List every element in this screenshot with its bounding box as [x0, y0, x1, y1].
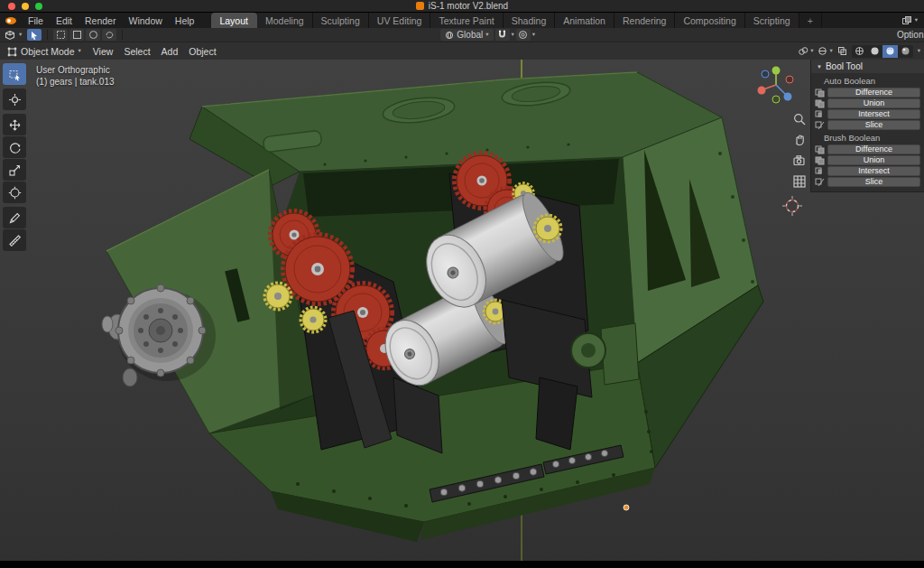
view-projection-label: User Orthographic — [36, 64, 115, 76]
auto-slice-button[interactable]: Slice — [827, 120, 920, 130]
panel-title: Bool Tool — [826, 61, 863, 71]
navigation-gizmo[interactable] — [755, 64, 797, 106]
tool-scale[interactable] — [3, 159, 26, 181]
mode-value: Object Mode — [21, 46, 75, 57]
workspace-tab-sculpting[interactable]: Sculpting — [313, 13, 369, 28]
rendered-shading-button[interactable] — [898, 45, 913, 58]
workspace-tab-rendering[interactable]: Rendering — [614, 13, 675, 28]
select-mode-circle-icon[interactable] — [86, 29, 100, 41]
bool-tool-panel: ▼ Bool Tool Auto Boolean Difference Unio… — [810, 60, 924, 192]
gizmo-z-neg[interactable] — [762, 70, 769, 78]
difference-icon — [814, 88, 826, 98]
tool-move[interactable] — [3, 114, 26, 135]
pan-hand-icon[interactable] — [792, 133, 807, 147]
brush-union-button[interactable]: Union — [827, 155, 920, 165]
brush-boolean-label: Brush Boolean — [824, 133, 920, 143]
editor-type-icon[interactable] — [3, 29, 17, 41]
workspace-tab-compositing[interactable]: Compositing — [675, 13, 744, 28]
xray-toggle-icon[interactable] — [837, 46, 847, 56]
toolbar-left — [3, 63, 26, 251]
active-tool-icon[interactable] — [27, 29, 42, 41]
brush-slice-button[interactable]: Slice — [827, 177, 920, 187]
chevron-down-icon: ▾ — [19, 32, 22, 38]
viewport-3d[interactable]: User Orthographic (1) gears | tank.013 — [0, 60, 924, 561]
workspace-tabs: Layout Modeling Sculpting UV Editing Tex… — [211, 13, 821, 28]
close-window-button[interactable] — [8, 3, 15, 10]
minimize-window-button[interactable] — [22, 3, 29, 10]
blend-file-icon — [416, 2, 424, 10]
menu-select[interactable]: Select — [118, 46, 155, 57]
select-mode-lasso-icon[interactable] — [102, 29, 116, 41]
select-mode-tweak-icon[interactable] — [53, 29, 68, 41]
menu-object[interactable]: Object — [183, 46, 221, 57]
wireframe-shading-button[interactable] — [852, 45, 867, 58]
auto-difference-button[interactable]: Difference — [827, 88, 920, 98]
workspace-tab-modeling[interactable]: Modeling — [257, 13, 313, 28]
brush-intersect-button[interactable]: Intersect — [827, 166, 920, 176]
workspace-tab-texture-paint[interactable]: Texture Paint — [430, 13, 503, 28]
chevron-down-icon: ▾ — [532, 32, 535, 38]
menu-help[interactable]: Help — [169, 13, 201, 28]
menu-view[interactable]: View — [88, 46, 119, 57]
tool-transform[interactable] — [3, 182, 26, 203]
mode-dropdown[interactable]: Object Mode ▾ — [0, 46, 88, 57]
chevron-down-icon: ▾ — [829, 48, 832, 54]
workspace-tab-shading[interactable]: Shading — [504, 13, 556, 28]
tool-rotate[interactable] — [3, 136, 26, 158]
tool-select-box[interactable] — [3, 63, 26, 85]
auto-union-row: Union — [814, 98, 920, 108]
brush-difference-button[interactable]: Difference — [827, 144, 920, 154]
gizmo-x-axis[interactable] — [758, 87, 766, 95]
proportional-editing-icon[interactable] — [516, 29, 531, 41]
solid-shading-button[interactable] — [867, 45, 882, 58]
gizmo-z-axis[interactable] — [784, 93, 792, 101]
gizmo-y-axis[interactable] — [772, 67, 781, 75]
auto-boolean-label: Auto Boolean — [824, 76, 920, 86]
bool-tool-header[interactable]: ▼ Bool Tool — [811, 60, 924, 73]
auto-union-button[interactable]: Union — [827, 98, 920, 108]
scene-collection-icon[interactable] — [901, 15, 912, 25]
tool-cursor[interactable] — [3, 88, 26, 110]
active-object-breadcrumb: (1) gears | tank.013 — [36, 76, 115, 88]
select-mode-box-icon[interactable] — [69, 29, 84, 41]
union-icon — [814, 156, 826, 165]
intersect-icon — [814, 110, 826, 119]
workspace-tab-uv-editing[interactable]: UV Editing — [369, 13, 431, 28]
show-gizmo-dropdown[interactable]: ▾ — [798, 46, 813, 56]
menu-edit[interactable]: Edit — [50, 13, 79, 28]
transform-orientation-dropdown[interactable]: Global ▾ — [440, 29, 493, 41]
tool-annotate[interactable] — [3, 207, 26, 228]
overlays-dropdown[interactable]: ▾ — [818, 46, 832, 56]
workspace-tab-scripting[interactable]: Scripting — [745, 13, 799, 28]
menu-render[interactable]: Render — [79, 13, 122, 28]
difference-icon — [814, 145, 826, 154]
chevron-down-icon: ▾ — [918, 48, 920, 54]
options-button[interactable]: Options — [897, 30, 924, 40]
viewport-header: Object Mode ▾ View Select Add Object ▾ ▾ — [0, 42, 924, 60]
window-title: iS-1 motor V2.blend — [429, 1, 508, 11]
camera-view-icon[interactable] — [792, 154, 807, 168]
menu-add[interactable]: Add — [156, 46, 184, 57]
snap-magnet-icon[interactable] — [495, 29, 510, 41]
workspace-tab-animation[interactable]: Animation — [555, 13, 614, 28]
gizmo-y-neg[interactable] — [772, 96, 780, 103]
slice-icon — [814, 178, 826, 187]
workspace-tab-layout[interactable]: Layout — [211, 13, 257, 28]
maximize-window-button[interactable] — [35, 3, 42, 10]
bottom-strip — [0, 561, 924, 568]
chevron-down-icon: ▾ — [485, 32, 488, 38]
gizmo-x-neg[interactable] — [786, 76, 793, 83]
shading-options-dropdown[interactable]: ▾ — [918, 48, 920, 54]
scene-canvas[interactable] — [0, 60, 924, 561]
menu-window[interactable]: Window — [122, 13, 168, 28]
auto-intersect-button[interactable]: Intersect — [827, 109, 920, 119]
intersect-icon — [814, 167, 826, 176]
add-workspace-button[interactable]: + — [799, 13, 822, 28]
material-preview-button[interactable] — [882, 45, 898, 58]
tool-settings-bar: ▾ Global ▾ ▾ — [0, 28, 924, 42]
menu-file[interactable]: File — [22, 13, 50, 28]
blender-logo-icon[interactable] — [0, 13, 22, 28]
tool-measure[interactable] — [3, 229, 26, 251]
toggle-grid-icon[interactable] — [792, 174, 807, 189]
zoom-icon[interactable] — [792, 112, 807, 126]
